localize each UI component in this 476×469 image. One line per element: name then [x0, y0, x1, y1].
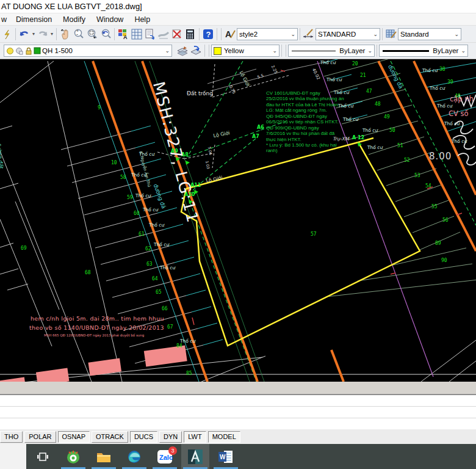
map-text: hem c/nh lgioi 5m. dai 28m.. tim hem hhu… — [31, 316, 164, 322]
landuse-label: Thổ cư — [422, 68, 438, 73]
survey-point-label: A6 — [257, 125, 264, 130]
parcel-number: 52 — [404, 158, 410, 163]
layer-on-icon[interactable] — [6, 47, 14, 55]
landuse-label: Thổ cư — [149, 223, 164, 228]
xref-icon[interactable] — [170, 27, 184, 41]
parcel-number: 39 — [447, 80, 453, 85]
sheetset-icon[interactable] — [143, 27, 157, 41]
chevron-down-icon: ⌄ — [162, 48, 170, 54]
command-line-panel[interactable] — [0, 394, 476, 429]
status-toggle-model[interactable]: MODEL — [208, 431, 240, 443]
parcel-number: 51 — [397, 144, 403, 148]
landuse-label: Thổ cư — [326, 78, 342, 82]
text-style-value: style2 — [239, 31, 258, 38]
status-toggle-lwt[interactable]: LWT — [184, 431, 206, 443]
status-toggle-dyn[interactable]: DYN — [159, 431, 182, 443]
undo-dropdown-icon[interactable]: ▾ — [31, 31, 36, 37]
zalo-icon[interactable]: Zalo 3 — [151, 444, 179, 469]
parcel-number: 62 — [145, 247, 151, 252]
menu-item-w[interactable]: w — [0, 15, 10, 24]
toolbar-standard: ▾ ▾ +- A ? A style2 ⌄ — [0, 26, 476, 43]
chevron-down-icon: ⌄ — [370, 31, 378, 37]
layer-combo[interactable]: QH 1-500 ⌄ — [4, 45, 172, 57]
drawing-viewport[interactable]: 9106968585960616263646566678485572021474… — [0, 59, 476, 382]
status-toggle-polar[interactable]: POLAR — [24, 431, 56, 443]
command-input-row[interactable] — [0, 418, 476, 429]
layer-properties-icon[interactable] — [176, 44, 189, 57]
redo-dropdown-icon[interactable]: ▾ — [49, 31, 54, 37]
map-text: CV số — [449, 111, 469, 118]
parcel-number: 53 — [414, 173, 420, 178]
status-bar: THOPOLAROSNAPOTRACKDUCSDYNLWTMODEL — [0, 429, 476, 444]
parcel-number: 69 — [21, 246, 27, 251]
make-layer-current-icon[interactable] — [189, 44, 203, 57]
svg-text:W: W — [220, 454, 226, 460]
parcel-number: 48 — [375, 102, 381, 107]
word-icon[interactable]: W — [212, 444, 240, 469]
text-style-icon[interactable]: A — [223, 27, 237, 41]
window-title: AT DUONG XE LUA BGTVT_2018.dwg] — [1, 2, 142, 11]
toolbar-layers: QH 1-500 ⌄ Yellow ⌄ ByLayer ⌄ ByLayer ⌄ — [0, 43, 476, 59]
status-toggle-osnap[interactable]: OSNAP — [58, 431, 90, 443]
dim-style-combo[interactable]: STANDARD ⌄ — [316, 28, 380, 40]
properties-icon[interactable]: A — [117, 27, 130, 41]
clipped-icon[interactable] — [0, 27, 13, 41]
menu-item-modify[interactable]: Modify — [57, 15, 91, 24]
edge-icon[interactable] — [120, 444, 148, 469]
layer-color-swatch — [34, 47, 41, 54]
undo-icon[interactable] — [18, 27, 31, 41]
map-text: 1.03 — [205, 161, 210, 169]
table-style-icon[interactable] — [384, 27, 398, 41]
status-toggle-ducs[interactable]: DUCS — [130, 431, 157, 443]
map-text: cập nh — [450, 96, 474, 103]
menu-item-dimension[interactable]: Dimension — [10, 15, 57, 24]
status-toggle-otrack[interactable]: OTRACK — [92, 431, 128, 443]
parcel-number: 56 — [442, 218, 449, 223]
layers-grid-icon[interactable] — [130, 27, 143, 41]
linetype-sample — [292, 51, 336, 51]
svg-text:A: A — [123, 34, 128, 40]
status-toggle-tho[interactable]: THO — [0, 431, 23, 443]
markup-icon[interactable] — [157, 27, 170, 41]
task-view-icon[interactable] — [29, 444, 57, 469]
landuse-label: Thổ cư — [320, 60, 336, 65]
redo-icon[interactable] — [36, 27, 49, 41]
zoom-previous-icon[interactable] — [99, 27, 112, 41]
autocad-icon[interactable] — [181, 444, 209, 469]
parcel-number: 85 — [186, 371, 192, 376]
svg-text:?: ? — [206, 30, 211, 39]
linetype-combo[interactable]: ByLayer ⌄ — [288, 45, 375, 57]
calculator-icon[interactable] — [184, 27, 197, 41]
coccoc-icon[interactable] — [59, 444, 87, 469]
menu-item-window[interactable]: Window — [91, 15, 129, 24]
map-text: theo vb số 1140/UBND-ĐT ngày 20/02/2013 — [29, 325, 164, 331]
parcel-number: 65 — [156, 290, 162, 295]
chevron-down-icon: ⌄ — [458, 48, 466, 54]
help-icon[interactable]: ? — [201, 27, 215, 41]
menu-item-help[interactable]: Help — [129, 15, 156, 24]
windows-taskbar: Zalo 3 W — [0, 444, 476, 469]
parcel-number: 58 — [120, 175, 126, 180]
search-box-edge[interactable] — [0, 444, 26, 469]
parcel-number: 64 — [152, 277, 158, 282]
parcel-number: 68 — [85, 271, 91, 275]
color-swatch — [214, 47, 222, 55]
map-text: 5.06 — [207, 147, 212, 155]
color-combo[interactable]: Yellow ⌄ — [211, 45, 279, 57]
zoom-window-icon[interactable] — [85, 27, 99, 41]
text-style-combo[interactable]: style2 ⌄ — [237, 28, 298, 40]
command-area-spacer — [0, 382, 476, 394]
chevron-down-icon: ⌄ — [452, 31, 459, 37]
layer-value: QH 1-500 — [42, 47, 73, 54]
table-style-combo[interactable]: Standard ⌄ — [398, 28, 461, 40]
chevron-down-icon: ⌄ — [288, 31, 295, 37]
layer-lock-icon[interactable] — [24, 47, 32, 55]
landuse-label: Thổ cư — [154, 242, 169, 247]
lineweight-combo[interactable]: ByLayer ⌄ — [379, 45, 468, 57]
layer-freeze-icon[interactable] — [15, 47, 23, 55]
dim-style-icon[interactable] — [302, 27, 316, 41]
pan-icon[interactable] — [59, 27, 72, 41]
zoom-realtime-icon[interactable]: +- — [72, 27, 85, 41]
parcel-number: 55 — [431, 205, 438, 209]
explorer-icon[interactable] — [90, 444, 118, 469]
